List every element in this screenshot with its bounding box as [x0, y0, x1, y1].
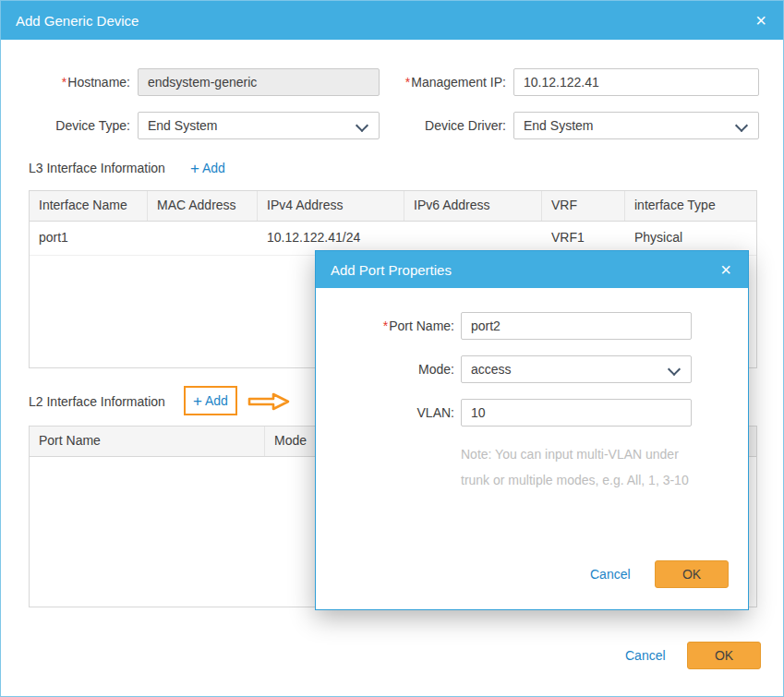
add-generic-device-dialog: Add Generic Device × *Hostname: *Managem…: [0, 0, 784, 697]
management-ip-input[interactable]: [513, 68, 759, 96]
device-driver-select[interactable]: End System: [513, 112, 759, 139]
vlan-note-text: Note: You can input multi-VLAN under tru…: [461, 441, 689, 493]
plus-icon: +: [190, 161, 199, 176]
header-cell-ipv4-address: IPv4 Address: [258, 191, 404, 221]
required-asterisk: *: [405, 75, 410, 90]
header-cell-mac-address: MAC Address: [148, 191, 258, 221]
dialog-cancel-link[interactable]: Cancel: [625, 642, 666, 669]
header-cell-port-name: Port Name: [30, 427, 265, 456]
mode-select[interactable]: access: [461, 355, 692, 383]
cell-interface-name: port1: [30, 222, 148, 255]
dialog-title: Add Generic Device: [16, 13, 139, 29]
device-type-label: Device Type:: [19, 112, 130, 139]
chevron-down-icon: [356, 119, 368, 132]
required-asterisk: *: [62, 75, 66, 90]
chevron-down-icon: [735, 119, 748, 132]
modal-ok-button[interactable]: OK: [655, 560, 729, 588]
management-ip-label: *Management IP:: [395, 68, 506, 96]
header-cell-ipv6-address: IPv6 Address: [404, 191, 542, 221]
l3-table-header-row: Interface Name MAC Address IPv4 Address …: [30, 191, 756, 222]
port-name-input[interactable]: [461, 312, 692, 340]
l3-add-button[interactable]: + Add: [190, 154, 225, 182]
port-name-label: *Port Name:: [334, 312, 454, 340]
modal-title: Add Port Properties: [331, 262, 452, 278]
dialog-ok-button[interactable]: OK: [687, 642, 761, 669]
device-type-select[interactable]: End System: [138, 112, 380, 139]
l2-add-button[interactable]: + Add: [193, 387, 228, 415]
vlan-input[interactable]: [461, 399, 692, 427]
close-icon[interactable]: ×: [754, 9, 768, 31]
header-cell-interface-name: Interface Name: [30, 191, 148, 221]
device-driver-label: Device Driver:: [395, 112, 506, 139]
vlan-label: VLAN:: [334, 399, 454, 427]
hostname-input: [138, 68, 380, 96]
l3-section-title: L3 Interface Information: [29, 154, 165, 182]
required-asterisk: *: [383, 318, 388, 333]
l2-section-title: L2 Interface Information: [29, 388, 165, 415]
arrow-right-icon: [247, 391, 291, 412]
header-cell-vrf: VRF: [542, 191, 625, 221]
add-port-properties-dialog: Add Port Properties × *Port Name: Mode: …: [315, 250, 749, 610]
add-highlight-box: + Add: [184, 386, 237, 415]
chevron-down-icon: [668, 363, 681, 376]
hostname-label: *Hostname:: [19, 68, 130, 96]
header-cell-interface-type: interface Type: [625, 191, 756, 221]
modal-titlebar: Add Port Properties ×: [316, 251, 748, 288]
close-icon[interactable]: ×: [718, 258, 733, 281]
plus-icon: +: [193, 393, 202, 409]
dialog-titlebar: Add Generic Device ×: [1, 1, 783, 40]
cell-mac-address: [148, 222, 258, 255]
mode-label: Mode:: [334, 355, 454, 383]
modal-cancel-link[interactable]: Cancel: [590, 560, 631, 588]
